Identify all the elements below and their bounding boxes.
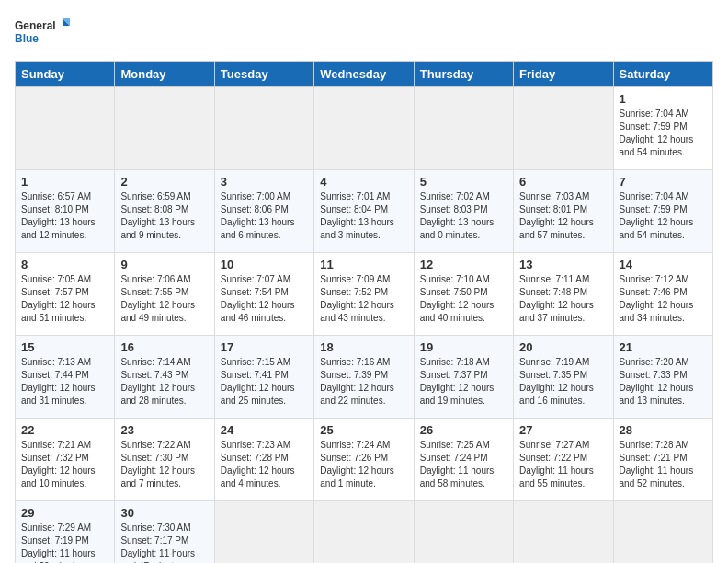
calendar-week-row: 29Sunrise: 7:29 AM Sunset: 7:19 PM Dayli… (16, 501, 713, 564)
calendar-day-cell: 29Sunrise: 7:29 AM Sunset: 7:19 PM Dayli… (16, 501, 115, 564)
calendar-day-cell (314, 87, 414, 170)
day-number: 30 (120, 506, 208, 520)
calendar-day-cell: 1Sunrise: 7:04 AM Sunset: 7:59 PM Daylig… (613, 87, 712, 170)
day-number: 8 (21, 258, 108, 271)
calendar-day-cell: 12Sunrise: 7:10 AM Sunset: 7:50 PM Dayli… (414, 253, 513, 336)
day-number: 23 (120, 423, 208, 437)
page-header: General Blue (15, 15, 713, 52)
calendar-table: SundayMondayTuesdayWednesdayThursdayFrid… (15, 61, 713, 563)
calendar-day-cell: 10Sunrise: 7:07 AM Sunset: 7:54 PM Dayli… (214, 253, 313, 336)
calendar-day-cell (115, 87, 214, 170)
day-number: 17 (221, 340, 308, 354)
day-info: Sunrise: 7:16 AM Sunset: 7:39 PM Dayligh… (320, 356, 407, 408)
day-info: Sunrise: 7:10 AM Sunset: 7:50 PM Dayligh… (420, 273, 507, 325)
calendar-day-cell (16, 87, 115, 170)
day-number: 15 (21, 340, 108, 354)
calendar-day-cell: 18Sunrise: 7:16 AM Sunset: 7:39 PM Dayli… (314, 336, 414, 419)
calendar-day-cell: 28Sunrise: 7:28 AM Sunset: 7:21 PM Dayli… (613, 419, 712, 501)
day-number: 7 (620, 175, 707, 189)
day-number: 18 (320, 340, 407, 354)
day-number: 19 (420, 340, 507, 354)
day-info: Sunrise: 7:29 AM Sunset: 7:19 PM Dayligh… (21, 522, 108, 563)
day-number: 14 (620, 258, 707, 271)
day-info: Sunrise: 7:28 AM Sunset: 7:21 PM Dayligh… (620, 439, 707, 490)
calendar-day-cell: 2Sunrise: 6:59 AM Sunset: 8:08 PM Daylig… (115, 170, 214, 253)
day-info: Sunrise: 7:11 AM Sunset: 7:48 PM Dayligh… (519, 273, 607, 325)
day-info: Sunrise: 7:02 AM Sunset: 8:03 PM Dayligh… (420, 190, 507, 242)
calendar-week-row: 8Sunrise: 7:05 AM Sunset: 7:57 PM Daylig… (16, 253, 713, 336)
day-number: 10 (221, 258, 308, 271)
calendar-week-row: 1Sunrise: 6:57 AM Sunset: 8:10 PM Daylig… (16, 170, 713, 253)
calendar-day-cell: 19Sunrise: 7:18 AM Sunset: 7:37 PM Dayli… (414, 336, 513, 419)
day-number: 20 (519, 340, 607, 354)
calendar-header: SundayMondayTuesdayWednesdayThursdayFrid… (16, 62, 713, 87)
calendar-day-cell: 3Sunrise: 7:00 AM Sunset: 8:06 PM Daylig… (214, 170, 313, 253)
day-info: Sunrise: 7:05 AM Sunset: 7:57 PM Dayligh… (21, 273, 108, 325)
day-info: Sunrise: 7:23 AM Sunset: 7:28 PM Dayligh… (221, 439, 308, 490)
calendar-day-cell: 23Sunrise: 7:22 AM Sunset: 7:30 PM Dayli… (115, 419, 214, 501)
calendar-day-cell: 5Sunrise: 7:02 AM Sunset: 8:03 PM Daylig… (414, 170, 513, 253)
calendar-day-cell: 27Sunrise: 7:27 AM Sunset: 7:22 PM Dayli… (514, 419, 613, 501)
day-info: Sunrise: 7:04 AM Sunset: 7:59 PM Dayligh… (620, 108, 707, 159)
day-number: 12 (420, 258, 507, 271)
day-number: 1 (21, 175, 108, 189)
calendar-day-cell: 24Sunrise: 7:23 AM Sunset: 7:28 PM Dayli… (214, 419, 313, 501)
day-info: Sunrise: 7:12 AM Sunset: 7:46 PM Dayligh… (620, 273, 707, 325)
day-number: 22 (21, 423, 108, 437)
day-number: 13 (519, 258, 607, 271)
day-info: Sunrise: 7:06 AM Sunset: 7:55 PM Dayligh… (120, 273, 208, 325)
day-info: Sunrise: 6:57 AM Sunset: 8:10 PM Dayligh… (21, 190, 108, 242)
day-number: 5 (420, 175, 507, 189)
calendar-day-cell: 9Sunrise: 7:06 AM Sunset: 7:55 PM Daylig… (115, 253, 214, 336)
day-number: 2 (120, 175, 208, 189)
weekday-header: Wednesday (314, 62, 414, 87)
day-info: Sunrise: 7:24 AM Sunset: 7:26 PM Dayligh… (320, 439, 407, 490)
calendar-week-row: 15Sunrise: 7:13 AM Sunset: 7:44 PM Dayli… (16, 336, 713, 419)
calendar-day-cell (214, 501, 313, 564)
calendar-day-cell: 4Sunrise: 7:01 AM Sunset: 8:04 PM Daylig… (314, 170, 414, 253)
day-number: 24 (221, 423, 308, 437)
day-number: 6 (519, 175, 607, 189)
day-info: Sunrise: 7:09 AM Sunset: 7:52 PM Dayligh… (320, 273, 407, 325)
calendar-day-cell (314, 501, 414, 564)
day-info: Sunrise: 7:07 AM Sunset: 7:54 PM Dayligh… (221, 273, 308, 325)
calendar-day-cell (214, 87, 313, 170)
day-number: 3 (221, 175, 308, 189)
weekday-header: Tuesday (214, 62, 313, 87)
calendar-day-cell (514, 87, 613, 170)
calendar-day-cell: 16Sunrise: 7:14 AM Sunset: 7:43 PM Dayli… (115, 336, 214, 419)
svg-text:Blue: Blue (15, 32, 39, 45)
weekday-header: Thursday (414, 62, 513, 87)
day-number: 16 (120, 340, 208, 354)
calendar-day-cell: 25Sunrise: 7:24 AM Sunset: 7:26 PM Dayli… (314, 419, 414, 501)
day-info: Sunrise: 7:30 AM Sunset: 7:17 PM Dayligh… (120, 522, 208, 563)
calendar-day-cell: 11Sunrise: 7:09 AM Sunset: 7:52 PM Dayli… (314, 253, 414, 336)
calendar-day-cell: 1Sunrise: 6:57 AM Sunset: 8:10 PM Daylig… (16, 170, 115, 253)
weekday-header: Sunday (16, 62, 115, 87)
calendar-day-cell: 26Sunrise: 7:25 AM Sunset: 7:24 PM Dayli… (414, 419, 513, 501)
logo: General Blue (15, 15, 70, 52)
day-info: Sunrise: 7:13 AM Sunset: 7:44 PM Dayligh… (21, 356, 108, 408)
calendar-day-cell: 6Sunrise: 7:03 AM Sunset: 8:01 PM Daylig… (514, 170, 613, 253)
day-number: 29 (21, 506, 108, 520)
day-number: 9 (120, 258, 208, 271)
calendar-day-cell: 14Sunrise: 7:12 AM Sunset: 7:46 PM Dayli… (613, 253, 712, 336)
calendar-day-cell: 8Sunrise: 7:05 AM Sunset: 7:57 PM Daylig… (16, 253, 115, 336)
calendar-day-cell: 21Sunrise: 7:20 AM Sunset: 7:33 PM Dayli… (613, 336, 712, 419)
weekday-header: Saturday (613, 62, 712, 87)
day-number: 26 (420, 423, 507, 437)
calendar-day-cell: 13Sunrise: 7:11 AM Sunset: 7:48 PM Dayli… (514, 253, 613, 336)
calendar-day-cell: 7Sunrise: 7:04 AM Sunset: 7:59 PM Daylig… (613, 170, 712, 253)
day-info: Sunrise: 7:22 AM Sunset: 7:30 PM Dayligh… (120, 439, 208, 490)
calendar-day-cell: 20Sunrise: 7:19 AM Sunset: 7:35 PM Dayli… (514, 336, 613, 419)
day-info: Sunrise: 7:15 AM Sunset: 7:41 PM Dayligh… (221, 356, 308, 408)
day-info: Sunrise: 7:18 AM Sunset: 7:37 PM Dayligh… (420, 356, 507, 408)
weekday-header: Monday (115, 62, 214, 87)
calendar-day-cell (414, 501, 513, 564)
day-number: 4 (320, 175, 407, 189)
calendar-week-row: 22Sunrise: 7:21 AM Sunset: 7:32 PM Dayli… (16, 419, 713, 501)
day-info: Sunrise: 7:01 AM Sunset: 8:04 PM Dayligh… (320, 190, 407, 242)
svg-text:General: General (15, 19, 56, 32)
weekday-header: Friday (514, 62, 613, 87)
day-number: 1 (620, 92, 707, 106)
